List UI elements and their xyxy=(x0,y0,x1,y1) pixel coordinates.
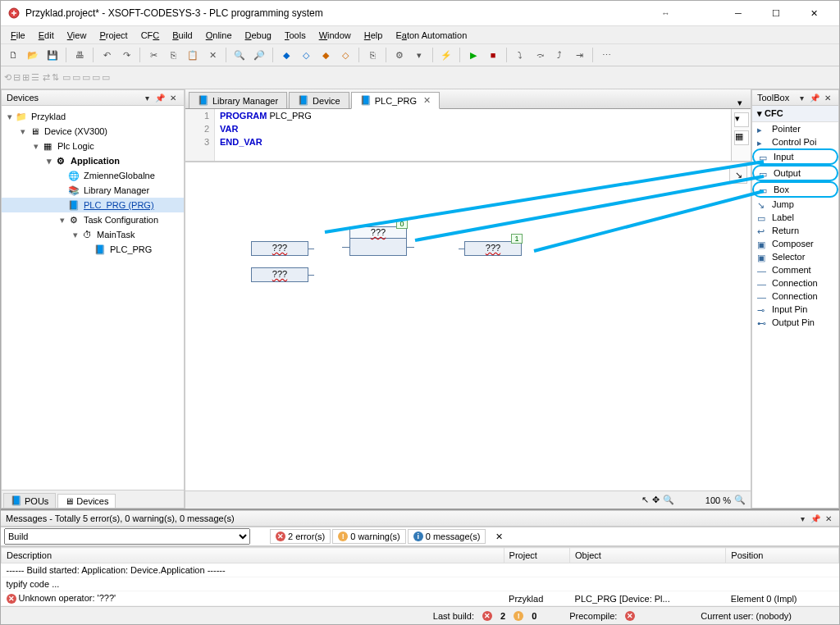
tree-item-plc-prg[interactable]: 📘PLC_PRG xyxy=(2,242,184,257)
misc-button[interactable]: ⋯ xyxy=(597,46,615,64)
save-button[interactable]: 💾 xyxy=(43,46,62,64)
redo-button[interactable]: ↷ xyxy=(117,46,135,64)
new-button[interactable]: 🗋 xyxy=(4,46,22,64)
info-badge[interactable]: i0 message(s) xyxy=(408,529,486,544)
editor-tab-device[interactable]: 📘Device xyxy=(289,92,349,108)
run-button[interactable]: ▶ xyxy=(464,46,482,64)
bp-disable-icon[interactable]: ◆ xyxy=(317,46,335,64)
tree-item-maintask[interactable]: ▾⏱MainTask xyxy=(2,227,184,242)
tb2-7[interactable]: ▭ xyxy=(62,72,71,83)
tb2-1[interactable]: ⟲ xyxy=(4,72,11,83)
menu-edit[interactable]: Edit xyxy=(32,28,61,43)
tool-connection[interactable]: —Connection xyxy=(752,276,838,290)
message-row[interactable]: typify code ... xyxy=(2,577,839,591)
delete-button[interactable]: ✕ xyxy=(203,46,221,64)
tool-control-poi[interactable]: ▸Control Poi xyxy=(752,135,838,148)
menu-eaton[interactable]: Eaton Automation xyxy=(389,28,473,43)
findnext-button[interactable]: 🔎 xyxy=(250,46,268,64)
cfc-canvas[interactable]: ↘ ??? ??? 0 ??? 1 ??? ↖ ✥ 🔍 xyxy=(185,162,751,509)
tree-item-library-manager[interactable]: 📚Library Manager xyxy=(2,183,184,198)
tree-item-plc-logic[interactable]: ▾▦Plc Logic xyxy=(2,139,184,153)
messages-clear-button[interactable]: ✕ xyxy=(495,531,503,542)
tool-composer[interactable]: ▣Composer xyxy=(752,237,838,250)
col-position[interactable]: Position xyxy=(726,548,839,563)
tool-connection[interactable]: —Connection xyxy=(752,290,838,303)
message-row[interactable]: ------ Build started: Application: Devic… xyxy=(2,563,839,577)
col-description[interactable]: Description xyxy=(2,548,504,563)
code-side-btn1[interactable]: ▾ xyxy=(734,112,749,127)
menu-tools[interactable]: Tools xyxy=(278,28,313,43)
messages-filter[interactable]: Build xyxy=(4,528,250,545)
toolbox-dropdown-button[interactable]: ▾ xyxy=(796,92,807,103)
dropdown-button[interactable]: ▾ xyxy=(410,46,428,64)
tree-item-application[interactable]: ▾⚙Application xyxy=(2,153,184,168)
tool-comment[interactable]: —Comment xyxy=(752,263,838,276)
code-editor[interactable]: PROGRAM PLC_PRGVAREND_VAR xyxy=(215,109,731,161)
step-over-icon[interactable]: ⤼ xyxy=(531,46,549,64)
menu-cfc[interactable]: CFC xyxy=(135,28,167,43)
cfc-box[interactable]: 0 ??? xyxy=(349,226,407,256)
messages-pin-button[interactable]: 📌 xyxy=(810,513,821,524)
menu-online[interactable]: Online xyxy=(199,28,239,43)
toolbox-pin-button[interactable]: 📌 xyxy=(809,92,820,103)
tool-pointer[interactable]: ▸Pointer xyxy=(752,122,838,135)
message-row[interactable]: ✕ Unknown operator: '???'PrzykladPLC_PRG… xyxy=(2,591,839,606)
bp-cond-icon[interactable]: ◇ xyxy=(336,46,354,64)
stop-button[interactable]: ■ xyxy=(484,46,502,64)
menu-file[interactable]: File xyxy=(4,28,32,43)
editor-tab-library-manager[interactable]: 📘Library Manager xyxy=(189,92,287,108)
tool-label[interactable]: ▭Label xyxy=(752,211,838,224)
tb2-8[interactable]: ▭ xyxy=(72,72,80,83)
tb2-2[interactable]: ⊟ xyxy=(13,72,21,83)
tb2-6[interactable]: ⇅ xyxy=(52,72,59,83)
zoom-tool-icon[interactable]: 🔍 xyxy=(663,495,674,505)
close-button[interactable]: ✕ xyxy=(795,1,833,25)
build-button[interactable]: ⚙ xyxy=(390,46,409,64)
step-out-icon[interactable]: ⤴ xyxy=(550,46,568,64)
cut-button[interactable]: ✂ xyxy=(144,46,162,64)
menu-help[interactable]: Help xyxy=(358,28,390,43)
paste-button[interactable]: 📋 xyxy=(184,46,202,64)
panel-dropdown-button[interactable]: ▾ xyxy=(141,92,153,103)
tb2-10[interactable]: ▭ xyxy=(92,72,100,83)
login-button[interactable]: ⚡ xyxy=(437,46,455,64)
tool-input-pin[interactable]: ⊸Input Pin xyxy=(752,303,838,316)
editor-tabs-dropdown[interactable]: ▾ xyxy=(733,98,747,108)
messages-close-button[interactable]: ✕ xyxy=(823,513,834,524)
panel-pin-button[interactable]: 📌 xyxy=(154,92,166,103)
tab-close-icon[interactable]: ✕ xyxy=(423,95,431,106)
tb2-3[interactable]: ⊞ xyxy=(22,72,30,83)
bp-new-icon[interactable]: ◇ xyxy=(297,46,315,64)
editor-tab-plc-prg[interactable]: 📘PLC_PRG✕ xyxy=(351,92,440,109)
maximize-button[interactable]: ☐ xyxy=(757,1,795,25)
tool-return[interactable]: ↩Return xyxy=(752,224,838,237)
menu-build[interactable]: Build xyxy=(166,28,199,43)
canvas-corner-button[interactable]: ↘ xyxy=(729,166,747,184)
tree-item-task-configuration[interactable]: ▾⚙Task Configuration xyxy=(2,212,184,227)
cfc-input-2[interactable]: ??? xyxy=(251,267,308,282)
tb2-9[interactable]: ▭ xyxy=(82,72,90,83)
move-tool-icon[interactable]: ✥ xyxy=(652,495,660,505)
open-button[interactable]: 📂 xyxy=(24,46,42,64)
toolbox-group[interactable]: ▾ CFC xyxy=(752,106,838,122)
zoom-dropdown-icon[interactable]: 🔍 xyxy=(734,495,746,505)
col-project[interactable]: Project xyxy=(504,548,569,563)
warnings-badge[interactable]: !0 warning(s) xyxy=(332,529,406,544)
pointer-tool-icon[interactable]: ↖ xyxy=(641,495,649,505)
tool-selector[interactable]: ▣Selector xyxy=(752,250,838,263)
menu-project[interactable]: Project xyxy=(93,28,134,43)
tool-output-pin[interactable]: ⊷Output Pin xyxy=(752,316,838,329)
tab-pous[interactable]: 📘POUs xyxy=(3,493,56,508)
minimize-button[interactable]: ─ xyxy=(719,1,757,25)
find-button[interactable]: 🔍 xyxy=(231,46,249,64)
messages-table[interactable]: Description Project Object Position ----… xyxy=(1,546,839,606)
tool-box[interactable]: ▭Box xyxy=(752,181,838,198)
menu-view[interactable]: View xyxy=(61,28,94,43)
errors-badge[interactable]: ✕2 error(s) xyxy=(270,529,331,544)
cfc-output[interactable]: 1 ??? xyxy=(464,241,522,256)
copy2-button[interactable]: ⎘ xyxy=(363,46,381,64)
col-object[interactable]: Object xyxy=(570,548,726,563)
toolbox-close-button[interactable]: ✕ xyxy=(822,92,833,103)
tb2-5[interactable]: ⇄ xyxy=(43,72,50,83)
tree-item-plc-prg-prg-[interactable]: 📘PLC_PRG (PRG) xyxy=(2,198,184,212)
